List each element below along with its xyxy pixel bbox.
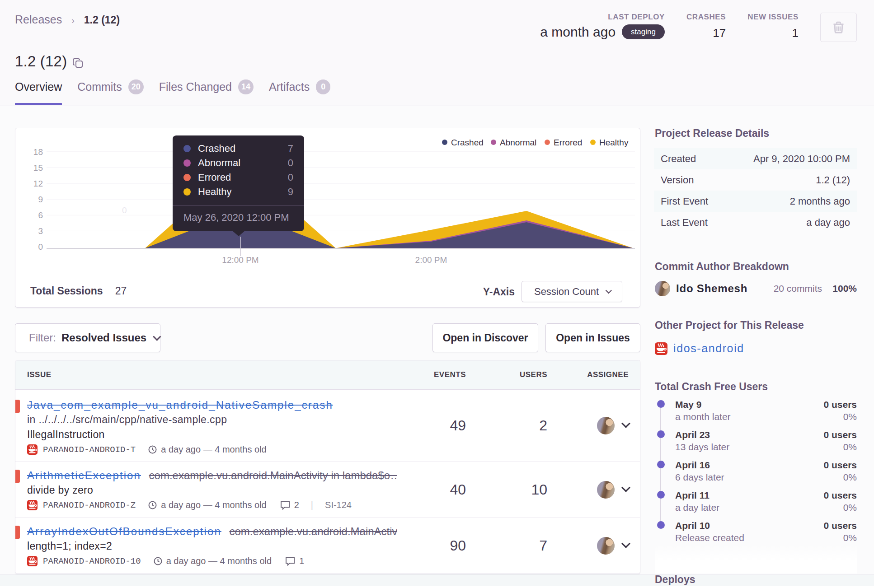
svg-text:15: 15 — [33, 163, 43, 173]
svg-text:0: 0 — [38, 242, 43, 252]
svg-text:9: 9 — [38, 195, 43, 204]
svg-text:Healthy: Healthy — [599, 138, 629, 147]
svg-text:2:00 PM: 2:00 PM — [415, 255, 447, 265]
svg-text:12:00 PM: 12:00 PM — [222, 255, 258, 265]
svg-text:6: 6 — [38, 210, 43, 220]
svg-text:0: 0 — [122, 205, 127, 215]
svg-text:Errored: Errored — [554, 138, 582, 147]
svg-text:Abnormal: Abnormal — [500, 138, 536, 147]
svg-text:3: 3 — [38, 226, 43, 236]
svg-text:Crashed: Crashed — [451, 138, 484, 147]
svg-text:18: 18 — [33, 147, 43, 157]
svg-text:12: 12 — [33, 179, 43, 188]
